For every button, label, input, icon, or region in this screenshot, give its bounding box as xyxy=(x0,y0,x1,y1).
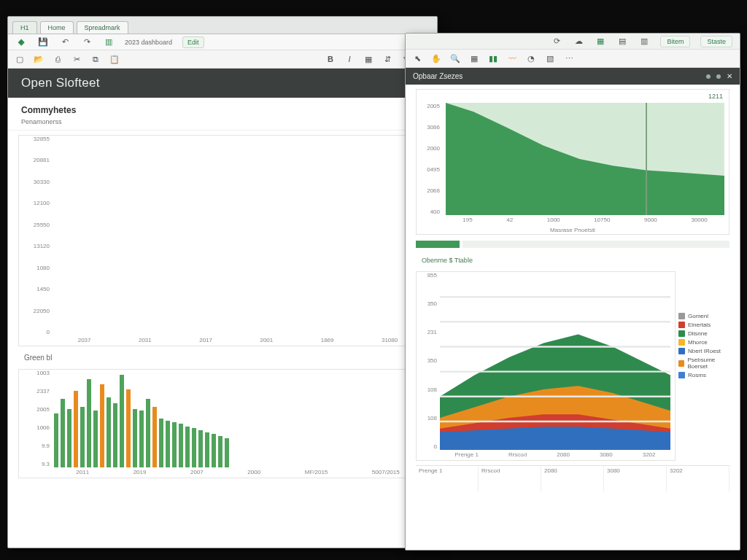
linechart-icon[interactable]: 〰 xyxy=(506,52,518,64)
progress-strip xyxy=(416,241,729,248)
new-icon[interactable]: ▢ xyxy=(14,53,26,65)
bar-columns xyxy=(54,136,422,335)
x-axis-stacked: Prenge 1 Rrscod 2080 3080 3202 xyxy=(440,451,670,460)
legend-item: Mhorce xyxy=(688,339,708,346)
section-title: Commyhetes xyxy=(8,98,437,118)
legend: Gomenl Einertals Dlisnne Mhorce Nbert IR… xyxy=(678,311,734,381)
sheet-icon[interactable]: ▥ xyxy=(638,36,650,47)
tab-home[interactable]: Home xyxy=(40,21,74,34)
print-icon[interactable]: ⎙ xyxy=(52,53,63,65)
y-axis-stacked: 855 350 231 350 108 108 0 xyxy=(418,272,440,450)
dot-icon[interactable] xyxy=(716,74,721,79)
tabstrip: H1 Home Spreadmark xyxy=(8,17,437,34)
italic-icon[interactable]: I xyxy=(344,53,355,65)
button-bitem[interactable]: Bitem xyxy=(660,36,690,47)
legend-item: Dlisnne xyxy=(688,330,708,337)
x-label: Masrase Pnoetsti xyxy=(417,225,729,235)
dot-icon[interactable] xyxy=(706,74,711,79)
more-icon[interactable]: ⋯ xyxy=(563,52,575,64)
app-icon: ◆ xyxy=(15,36,27,48)
y-axis-area: 2005 3086 2000 0495 2068 400 xyxy=(418,103,443,215)
cloud-icon[interactable]: ☁ xyxy=(573,36,584,47)
piechart-icon[interactable]: ◔ xyxy=(525,52,537,64)
panel-header: Opbaar Zsezes ✕ xyxy=(406,68,740,85)
copy-icon[interactable]: ⧉ xyxy=(90,53,101,65)
legend-item: Psebsume Boerset xyxy=(687,357,734,370)
fill-icon[interactable]: ▦ xyxy=(363,53,374,65)
area-svg xyxy=(446,103,724,215)
barchart-icon[interactable]: ▮▮ xyxy=(487,52,499,64)
tab-h1[interactable]: H1 xyxy=(12,21,37,34)
legend-item: Gomenl xyxy=(688,313,708,319)
chart-mini-bars: 1003 2337 2005 1006 9.9 9.3 2011 2019 20… xyxy=(18,369,427,478)
tab-spreadmark[interactable]: Spreadmark xyxy=(77,21,128,34)
stacked-title: Obenrne $ Ttable xyxy=(416,254,729,267)
doc-title: 2023 dashboard xyxy=(125,39,172,46)
y-axis-mini: 1003 2337 2005 1006 9.9 9.3 xyxy=(20,370,53,467)
page-title-bar: Open Slofteet xyxy=(8,69,437,98)
zoom-icon[interactable]: 🔍 xyxy=(449,52,461,64)
paste-icon[interactable]: 📋 xyxy=(109,53,120,65)
redo-icon[interactable]: ↷ xyxy=(81,36,93,48)
menu-bar: ◆ 💾 ↶ ↷ ▥ 2023 dashboard Edit xyxy=(8,34,437,50)
x-axis-mini: 2011 2019 2007 2000 MF/2015 5007/2015 xyxy=(54,469,422,478)
area-title: 1211 xyxy=(417,90,729,103)
refresh-icon[interactable]: ⟳ xyxy=(551,36,562,47)
menu-bar-b: ⟳ ☁ ▦ ▤ ▥ Bitem Staste xyxy=(406,34,740,50)
legend-item: Nbert IRoest xyxy=(688,348,721,354)
pointer-icon[interactable]: ⬉ xyxy=(411,52,423,64)
mode-pill[interactable]: Edit xyxy=(182,36,204,48)
legend-item: Rosms xyxy=(688,372,706,378)
data-grid: Prenge 1 Rrscod 2080 3080 3202 xyxy=(416,465,729,491)
section-caption: Penamonerss xyxy=(8,118,437,131)
chart-icon[interactable]: ▥ xyxy=(103,36,115,48)
grid-icon[interactable]: ▦ xyxy=(595,36,606,47)
window-spreadsheet-b: ⟳ ☁ ▦ ▤ ▥ Bitem Staste ⬉ ✋ 🔍 ▦ ▮▮ 〰 ◔ ▧ … xyxy=(405,33,740,551)
undo-icon[interactable]: ↶ xyxy=(59,36,71,48)
legend-item: Einertals xyxy=(688,322,711,328)
doc-icon[interactable]: ▤ xyxy=(616,36,628,47)
cut-icon[interactable]: ✂ xyxy=(71,53,82,65)
toolbar-b: ⬉ ✋ 🔍 ▦ ▮▮ 〰 ◔ ▧ ⋯ xyxy=(406,50,740,68)
hand-icon[interactable]: ✋ xyxy=(430,52,442,64)
chart-stacked-bar: 32855 20881 30330 12100 25550 13120 1080… xyxy=(18,135,427,346)
toolbar: ▢ 📂 ⎙ ✂ ⧉ 📋 B I ▦ ⇵ ▽ Σ xyxy=(8,50,437,69)
save-icon[interactable]: 💾 xyxy=(37,36,49,48)
palette-icon[interactable]: ▧ xyxy=(544,52,556,64)
page-title: Open Slofteet xyxy=(21,76,100,90)
close-icon[interactable]: ✕ xyxy=(727,72,732,80)
chart-stacked-area: 855 350 231 350 108 108 0 xyxy=(416,271,676,461)
mini-chart-title: Green bl xyxy=(18,351,427,365)
x-axis: 2037 2031 2017 2001 1869 31080 xyxy=(54,337,422,346)
y-axis: 32855 20881 30330 12100 25550 13120 1080… xyxy=(20,136,53,335)
window-spreadsheet-a: H1 Home Spreadmark ◆ 💾 ↶ ↷ ▥ 2023 dashbo… xyxy=(7,16,438,548)
sort-icon[interactable]: ⇵ xyxy=(382,53,393,65)
panel-title: Opbaar Zsezes xyxy=(413,72,462,80)
button-staste[interactable]: Staste xyxy=(700,36,732,47)
table-icon[interactable]: ▦ xyxy=(468,52,480,64)
mini-bar-columns xyxy=(54,370,422,467)
chart-area-top: 1211 2005 3086 2000 0495 2068 400 195 42… xyxy=(416,89,729,235)
stacked-svg xyxy=(440,272,670,450)
x-axis-area: 195 42 1000 10750 9000 30000 xyxy=(446,217,724,225)
open-icon[interactable]: 📂 xyxy=(33,53,44,65)
bold-icon[interactable]: B xyxy=(325,53,336,65)
